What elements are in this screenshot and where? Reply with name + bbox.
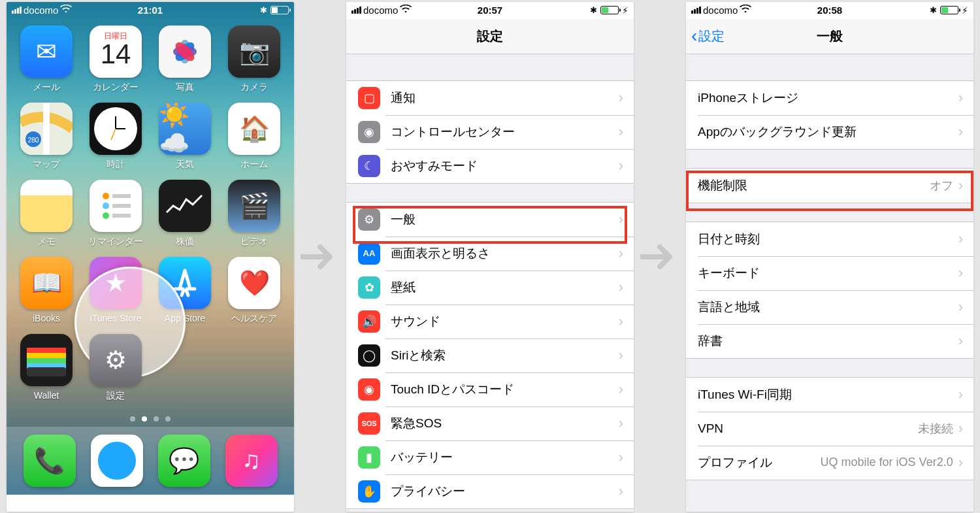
page-indicator[interactable] (7, 416, 294, 422)
row-privacy[interactable]: ✋プライバシー› (346, 474, 634, 508)
notifications-icon: ▢ (358, 87, 380, 109)
app-camera[interactable]: 📷カメラ (225, 25, 283, 93)
chevron-right-icon: › (958, 124, 963, 141)
row-datetime[interactable]: 日付と時刻› (686, 222, 973, 256)
chevron-right-icon: › (619, 313, 623, 330)
chevron-right-icon: › (619, 347, 623, 364)
status-bar: docomo 21:01 ✱ (7, 2, 294, 19)
navbar: ‹ 設定 一般 (686, 19, 973, 54)
row-keyboard[interactable]: キーボード› (686, 256, 973, 290)
app-home[interactable]: 🏠ホーム (225, 103, 283, 171)
chevron-right-icon: › (619, 483, 623, 500)
svg-rect-25 (27, 367, 66, 376)
chevron-right-icon: › (958, 420, 963, 437)
page-title: 一般 (817, 27, 843, 45)
row-itunes-sync[interactable]: iTunes Wi-Fi同期› (686, 378, 973, 412)
app-clock[interactable]: 時計 (87, 103, 144, 171)
app-mail[interactable]: ✉︎メール (18, 25, 75, 93)
photos-icon (159, 25, 211, 78)
svg-point-19 (103, 212, 109, 219)
dock-safari[interactable] (91, 435, 143, 487)
dock-music[interactable]: ♫ (225, 435, 278, 487)
row-notifications[interactable]: ▢通知› (346, 81, 634, 115)
row-bg-refresh[interactable]: Appのバックグラウンド更新› (686, 115, 973, 149)
app-calendar[interactable]: 日曜日14カレンダー (87, 25, 144, 93)
chevron-right-icon: › (958, 386, 963, 403)
mail-icon: ✉︎ (20, 25, 73, 78)
row-dictionary[interactable]: 辞書› (686, 324, 973, 358)
app-ibooks[interactable]: 📖iBooks (18, 257, 75, 325)
chevron-right-icon: › (958, 90, 963, 107)
svg-rect-16 (112, 194, 131, 198)
app-health[interactable]: ❤️ヘルスケア (225, 257, 283, 325)
chevron-right-icon: › (619, 381, 623, 398)
battery-icon (270, 6, 289, 14)
dnd-icon: ☾ (358, 155, 380, 177)
screen-general: docomo 20:58 ✱ ⚡︎ ‹ 設定 一般 iPhoneストレージ› A… (686, 2, 973, 512)
row-dnd[interactable]: ☾おやすみモード› (346, 149, 634, 183)
app-settings[interactable]: ⚙︎設定 (87, 334, 144, 402)
screen-settings: docomo 20:57 ✱ ⚡︎ 設定 ▢通知› ◉コントロールセンター› ☾… (346, 2, 634, 512)
chevron-right-icon: › (619, 245, 623, 262)
chevron-left-icon: ‹ (691, 27, 697, 45)
status-bar: docomo 20:57 ✱ ⚡︎ (346, 2, 634, 19)
app-stocks[interactable]: 株価 (156, 180, 214, 248)
videos-icon: 🎬 (228, 180, 280, 232)
app-notes[interactable]: メモ (18, 180, 75, 248)
back-button[interactable]: ‹ 設定 (691, 19, 725, 54)
dock: 📞 💬 ♫ (7, 427, 294, 495)
app-videos[interactable]: 🎬ビデオ (225, 180, 283, 248)
row-sos[interactable]: SOS緊急SOS› (346, 406, 634, 440)
chevron-right-icon: › (958, 265, 963, 282)
weather-icon: ☀️☁️ (159, 103, 211, 155)
battery-row-icon: ▮ (358, 446, 380, 469)
home-screen: ✉︎メール 日曜日14カレンダー 写真 📷カメラ 280 マップ 時計 ☀️☁️… (7, 2, 294, 495)
controlcenter-icon: ◉ (358, 121, 380, 143)
app-reminders[interactable]: リマインダー (87, 180, 144, 248)
row-restrictions[interactable]: 機能制限オフ› (686, 169, 973, 203)
status-bar: docomo 20:58 ✱ ⚡︎ (686, 2, 973, 19)
clock-label: 20:57 (346, 5, 634, 16)
calendar-icon: 日曜日14 (90, 25, 142, 78)
svg-point-15 (103, 193, 109, 199)
maps-icon: 280 (20, 103, 73, 155)
chevron-right-icon: › (619, 90, 623, 107)
dock-phone[interactable]: 📞 (24, 435, 76, 487)
row-sound[interactable]: 🔊サウンド› (346, 305, 634, 339)
row-general[interactable]: ⚙︎一般› (346, 203, 634, 237)
chevron-right-icon: › (958, 177, 963, 194)
clock-label: 21:01 (7, 5, 294, 16)
row-storage[interactable]: iPhoneストレージ› (686, 81, 973, 115)
row-touchid[interactable]: ◉Touch IDとパスコード› (346, 372, 634, 406)
chevron-right-icon: › (619, 157, 623, 174)
svg-point-17 (103, 203, 109, 209)
row-battery[interactable]: ▮バッテリー› (346, 440, 634, 474)
app-photos[interactable]: 写真 (156, 25, 214, 93)
wallpaper-icon: ✿ (358, 276, 380, 299)
siri-icon: ◯ (358, 344, 380, 367)
battery-icon (600, 6, 619, 14)
svg-rect-20 (112, 214, 131, 218)
general-list[interactable]: iPhoneストレージ› Appのバックグラウンド更新› 機能制限オフ› 日付と… (686, 54, 973, 512)
row-vpn[interactable]: VPN未接続› (686, 412, 973, 446)
app-wallet[interactable]: Wallet (18, 334, 75, 402)
arrow-icon (640, 240, 679, 273)
ibooks-icon: 📖 (20, 257, 73, 309)
app-maps[interactable]: 280 マップ (18, 103, 75, 171)
sound-icon: 🔊 (358, 310, 380, 333)
settings-list[interactable]: ▢通知› ◉コントロールセンター› ☾おやすみモード› ⚙︎一般› AA画面表示… (346, 54, 634, 512)
row-controlcenter[interactable]: ◉コントロールセンター› (346, 115, 634, 149)
home-icon: 🏠 (228, 103, 280, 155)
page-title: 設定 (477, 27, 503, 45)
chevron-right-icon: › (958, 299, 963, 316)
dock-messages[interactable]: 💬 (158, 435, 210, 487)
row-wallpaper[interactable]: ✿壁紙› (346, 271, 634, 305)
row-siri[interactable]: ◯Siriと検索› (346, 339, 634, 372)
row-profile[interactable]: プロファイルUQ mobile for iOS Ver2.0› (686, 446, 973, 480)
app-weather[interactable]: ☀️☁️天気 (156, 103, 214, 171)
row-language[interactable]: 言語と地域› (686, 290, 973, 324)
row-display[interactable]: AA画面表示と明るさ› (346, 237, 634, 271)
notes-icon (20, 180, 73, 232)
reminders-icon (90, 180, 142, 232)
clock-icon (90, 103, 142, 155)
